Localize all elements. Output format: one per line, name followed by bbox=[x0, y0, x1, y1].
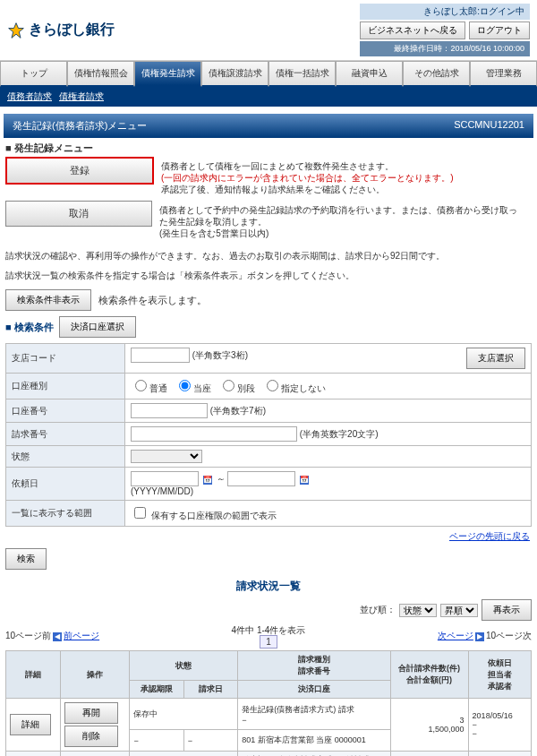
bank-name: きらぼし銀行 bbox=[29, 21, 115, 39]
account-type-radio[interactable] bbox=[135, 380, 147, 391]
row-acct: 801 新宿本店営業部 当座 0000001 bbox=[238, 730, 390, 752]
col-count-amt: 合計請求件数(件) 合計金額(円) bbox=[390, 651, 468, 699]
col-deadline: 承認期限 bbox=[130, 681, 183, 699]
sort-field-select[interactable]: 状態 bbox=[399, 604, 437, 617]
prev-10-pages: 10ページ前 bbox=[5, 630, 51, 642]
register-description: 債務者として債権を一回にまとめて複数件発生させます。 (一回の請求内にエラーが含… bbox=[154, 157, 532, 199]
calendar-icon[interactable]: 📅 bbox=[203, 476, 212, 485]
main-tab-4[interactable]: 債権一括請求 bbox=[268, 61, 336, 87]
status-select[interactable] bbox=[131, 450, 202, 463]
row-ops: 修正/削除 bbox=[61, 752, 130, 757]
list-title: 請求状況一覧 bbox=[0, 579, 537, 594]
row-reqdate: − bbox=[183, 730, 237, 752]
status-label: 状態 bbox=[6, 446, 125, 468]
cancel-description: 債務者として予約中の発生記録請求の予約取消を行います。または、債務者から受け取っ… bbox=[152, 201, 532, 243]
account-no-label: 口座番号 bbox=[6, 399, 125, 423]
row-depinfo: 2018/05/16−− bbox=[468, 699, 531, 752]
register-button[interactable]: 登録 bbox=[5, 157, 154, 185]
prev-page-icon[interactable]: ◀ bbox=[53, 632, 62, 641]
calendar-icon[interactable]: 📅 bbox=[300, 476, 309, 485]
request-no-label: 請求番号 bbox=[6, 423, 125, 446]
detail-button[interactable]: 詳細 bbox=[10, 714, 51, 735]
col-depdate: 依頼日 担当者 承認者 bbox=[468, 651, 531, 699]
next-10-pages: 10ページ次 bbox=[486, 630, 532, 642]
branch-select-button[interactable]: 支店選択 bbox=[466, 348, 525, 369]
account-no-input[interactable] bbox=[131, 403, 208, 418]
current-page: 1 bbox=[260, 635, 277, 649]
svg-marker-0 bbox=[9, 22, 24, 38]
request-no-hint: (半角英数字20文字) bbox=[300, 429, 379, 439]
cancel-button[interactable]: 取消 bbox=[5, 201, 152, 227]
row-reqtype: 発生記録(債務者請求方式) 取消請求S0137201805160000001 bbox=[238, 752, 390, 757]
prev-page-link[interactable]: 前ページ bbox=[64, 631, 99, 640]
date-to-input[interactable] bbox=[227, 471, 295, 486]
menu-section-label: ■ 発生記録メニュー bbox=[5, 142, 532, 155]
account-type-label: 口座種別 bbox=[6, 374, 125, 399]
login-user: きらぼし太郎:ログイン中 bbox=[360, 4, 530, 20]
search-section-label: ■ 検索条件 bbox=[5, 321, 54, 334]
sort-order-select[interactable]: 昇順 bbox=[440, 604, 478, 617]
note-2: 請求状況一覧の検索条件を指定する場合は「検索条件表示」ボタンを押してください。 bbox=[5, 270, 532, 282]
row-reqtype: 発生記録(債務者請求方式) 請求− bbox=[238, 699, 390, 730]
row-depinfo: 2018/05/16きらぼし京子きらぼし太郎 bbox=[468, 752, 531, 757]
search-toggle-button[interactable]: 検索条件非表示 bbox=[5, 289, 91, 311]
range-label: 一覧に表示する範囲 bbox=[6, 501, 125, 527]
main-tab-6[interactable]: その他請求 bbox=[403, 61, 470, 87]
main-tab-2[interactable]: 債権発生請求 bbox=[134, 61, 201, 87]
sub-tab-0[interactable]: 債務者請求 bbox=[7, 90, 52, 103]
branch-code-label: 支店コード bbox=[6, 344, 125, 374]
account-type-radio[interactable] bbox=[267, 380, 278, 391]
col-ops: 操作 bbox=[61, 651, 130, 699]
star-icon bbox=[7, 21, 25, 39]
row-op-button[interactable]: 削除 bbox=[64, 726, 118, 747]
col-reqtype: 請求種別 請求番号 bbox=[238, 651, 390, 681]
row-status: 保存中 bbox=[130, 699, 238, 730]
search-toggle-note: 検索条件を表示します。 bbox=[98, 294, 207, 307]
next-page-icon[interactable]: ▶ bbox=[475, 632, 484, 641]
account-no-hint: (半角数字7桁) bbox=[210, 406, 266, 416]
screen-code: SCCMNU12201 bbox=[454, 119, 524, 133]
branch-code-input[interactable] bbox=[131, 348, 190, 363]
col-status: 状態 bbox=[130, 651, 238, 681]
search-button[interactable]: 検索 bbox=[5, 548, 47, 570]
row-count-amount: 1500,000 bbox=[390, 752, 468, 757]
bank-logo: きらぼし銀行 bbox=[7, 21, 115, 39]
logout-button[interactable]: ログアウト bbox=[469, 21, 530, 39]
row-status: 未承認(差戻し) bbox=[130, 752, 238, 757]
last-operation-time: 最終操作日時：2018/05/16 10:00:00 bbox=[360, 41, 530, 56]
next-page-link[interactable]: 次ページ bbox=[438, 631, 473, 640]
date-from-input[interactable] bbox=[131, 471, 199, 486]
main-tab-1[interactable]: 債権情報照会 bbox=[67, 61, 134, 87]
menu-title: 発生記録(債務者請求)メニュー bbox=[13, 119, 147, 133]
col-detail: 詳細 bbox=[6, 651, 61, 699]
back-to-biznet-button[interactable]: ビジネスネットへ戻る bbox=[360, 21, 465, 39]
main-tab-0[interactable]: トップ bbox=[0, 61, 67, 87]
account-select-button[interactable]: 決済口座選択 bbox=[59, 316, 136, 338]
row-ops: 再開削除 bbox=[61, 699, 130, 752]
sub-tab-1[interactable]: 債権者請求 bbox=[59, 90, 104, 103]
sort-label: 並び順： bbox=[360, 604, 396, 616]
row-count-amount: 31,500,000 bbox=[390, 699, 468, 752]
row-deadline: − bbox=[130, 730, 183, 752]
branch-code-hint: (半角数字3桁) bbox=[192, 350, 248, 360]
redisplay-button[interactable]: 再表示 bbox=[482, 599, 532, 621]
col-acct: 決済口座 bbox=[238, 681, 390, 699]
range-checkbox[interactable] bbox=[134, 507, 146, 519]
request-date-label: 依頼日 bbox=[6, 468, 125, 501]
request-no-input[interactable] bbox=[131, 426, 297, 442]
page-top-link[interactable]: ページの先頭に戻る bbox=[449, 531, 530, 541]
date-hint: (YYYY/MM/DD) bbox=[131, 486, 193, 496]
account-type-radio[interactable] bbox=[179, 380, 191, 391]
note-1: 請求状況の確認や、再利用等の操作ができます。なお、過去のお取引の表示期間は、請求… bbox=[5, 250, 532, 262]
main-tab-3[interactable]: 債権譲渡請求 bbox=[201, 61, 268, 87]
account-type-radio[interactable] bbox=[223, 380, 234, 391]
col-reqdate: 請求日 bbox=[183, 681, 237, 699]
main-tab-5[interactable]: 融資申込 bbox=[336, 61, 403, 87]
row-op-button[interactable]: 再開 bbox=[64, 702, 118, 724]
main-tab-7[interactable]: 管理業務 bbox=[470, 61, 537, 87]
